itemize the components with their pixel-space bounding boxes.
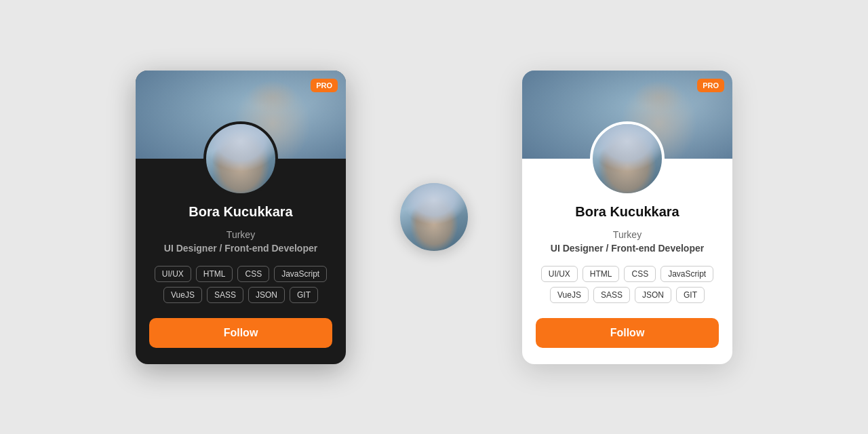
dark-follow-button[interactable]: Follow: [149, 318, 332, 348]
tag-item: JavaScript: [274, 266, 327, 282]
light-card-body: Bora Kucukkara Turkey UI Designer / Fron…: [522, 196, 732, 364]
standalone-avatar: [400, 183, 468, 251]
tag-item: UI/UX: [155, 266, 191, 282]
tag-item: JavaScript: [660, 266, 713, 282]
card-light: PRO Bora Kucukkara Turkey UI Designer / …: [522, 71, 732, 364]
light-avatar: [590, 121, 665, 196]
light-tags: UI/UXHTMLCSSJavaScriptVueJSSASSJSONGIT: [536, 266, 719, 303]
dark-user-location: Turkey: [149, 229, 332, 240]
dark-avatar-wrap: [136, 121, 346, 196]
dark-avatar-face: [206, 124, 275, 193]
light-user-location: Turkey: [536, 229, 719, 240]
light-avatar-wrap: [522, 121, 732, 196]
cards-container: PRO Bora Kucukkara Turkey UI Designer / …: [0, 43, 868, 391]
tag-item: VueJS: [550, 287, 589, 303]
dark-user-title: UI Designer / Front-end Developer: [149, 243, 332, 254]
tag-item: CSS: [624, 266, 656, 282]
card-dark: PRO Bora Kucukkara Turkey UI Designer / …: [136, 71, 346, 364]
tag-item: GIT: [676, 287, 705, 303]
light-pro-badge: PRO: [697, 79, 724, 92]
light-avatar-face: [593, 124, 662, 193]
tag-item: CSS: [237, 266, 269, 282]
tag-item: JSON: [635, 287, 671, 303]
tag-item: SASS: [593, 287, 630, 303]
tag-item: VueJS: [163, 287, 202, 303]
tag-item: GIT: [290, 287, 318, 303]
light-user-name: Bora Kucukkara: [536, 204, 719, 220]
tag-item: HTML: [583, 266, 620, 282]
dark-avatar: [203, 121, 278, 196]
tag-item: JSON: [248, 287, 285, 303]
tag-item: UI/UX: [541, 266, 578, 282]
tag-item: HTML: [196, 266, 233, 282]
tag-item: SASS: [207, 287, 243, 303]
dark-pro-badge: PRO: [311, 79, 338, 92]
light-user-title: UI Designer / Front-end Developer: [536, 243, 719, 254]
dark-tags: UI/UXHTMLCSSJavaScriptVueJSSASSJSONGIT: [149, 266, 332, 303]
dark-user-name: Bora Kucukkara: [149, 204, 332, 220]
standalone-avatar-face: [400, 183, 468, 251]
dark-card-body: Bora Kucukkara Turkey UI Designer / Fron…: [136, 196, 346, 364]
light-follow-button[interactable]: Follow: [536, 318, 719, 348]
